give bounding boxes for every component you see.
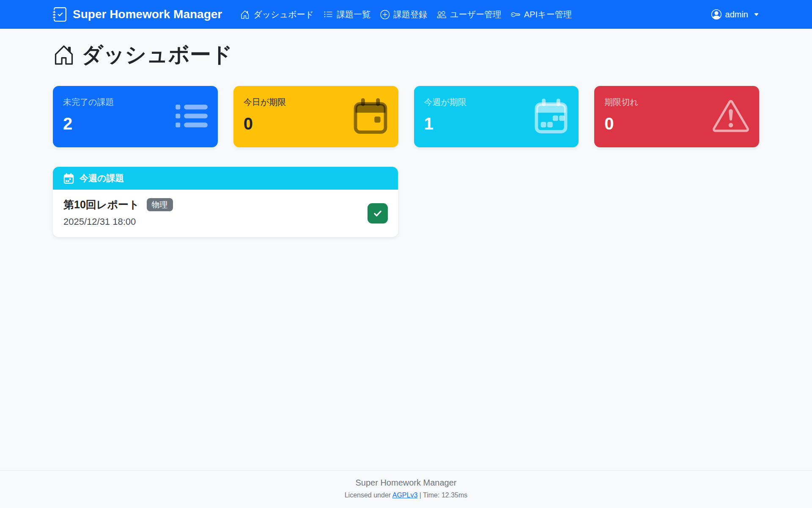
nav-item-label: 課題一覧 <box>337 9 370 20</box>
stat-card-overdue: 期限切れ 0 <box>594 86 759 147</box>
user-name: admin <box>725 10 748 19</box>
user-menu-dropdown[interactable]: admin <box>711 9 759 19</box>
top-navbar: Super Homework Manager ダッシュボード 課題一覧 課題登録 <box>0 0 812 29</box>
nav-item-task-register[interactable]: 課題登録 <box>380 9 427 20</box>
check-icon <box>373 208 383 218</box>
nav-item-label: ダッシュボード <box>253 9 314 20</box>
key-icon <box>511 10 520 19</box>
nav-item-api-keys[interactable]: APIキー管理 <box>511 9 572 20</box>
stat-card-due-this-week: 今週が期限 1 <box>414 86 579 147</box>
calendar-event-icon <box>353 98 388 135</box>
task-due-date: 2025/12/31 18:00 <box>63 216 387 227</box>
main-content: ダッシュボード 未完了の課題 2 今日が期限 0 <box>0 29 812 470</box>
weekly-tasks-title: 今週の課題 <box>80 172 124 184</box>
house-icon <box>240 10 250 19</box>
task-list-item: 第10回レポート 物理 2025/12/31 18:00 <box>53 190 398 237</box>
page-title-text: ダッシュボード <box>82 41 233 69</box>
calendar-week-icon <box>534 99 568 135</box>
page-title: ダッシュボード <box>53 41 759 69</box>
footer-app-name: Super Homework Manager <box>0 478 812 488</box>
nav-item-label: 課題登録 <box>393 9 427 20</box>
calendar-week-icon <box>63 173 74 184</box>
nav-item-user-management[interactable]: ユーザー管理 <box>437 9 501 20</box>
people-icon <box>437 10 446 19</box>
brand-title: Super Homework Manager <box>73 8 222 21</box>
main-nav: ダッシュボード 課題一覧 課題登録 ユーザー管理 <box>240 9 571 20</box>
mark-done-button[interactable] <box>368 203 388 224</box>
warning-triangle-icon <box>713 98 749 136</box>
list-icon <box>176 104 208 130</box>
stat-card-due-today: 今日が期限 0 <box>233 86 398 147</box>
caret-down-icon <box>754 12 759 17</box>
footer-license-prefix: Licensed under <box>345 491 392 499</box>
task-title: 第10回レポート <box>63 198 140 212</box>
house-icon <box>53 44 75 66</box>
page-footer: Super Homework Manager Licensed under AG… <box>0 470 812 508</box>
person-circle-icon <box>711 9 721 19</box>
nav-item-dashboard[interactable]: ダッシュボード <box>240 9 314 20</box>
nav-item-label: APIキー管理 <box>524 9 572 20</box>
weekly-tasks-header: 今週の課題 <box>53 167 398 190</box>
subject-badge: 物理 <box>147 198 173 211</box>
brand-link[interactable]: Super Homework Manager <box>53 7 222 22</box>
list-ul-icon <box>324 10 333 19</box>
navbar-container: Super Homework Manager ダッシュボード 課題一覧 課題登録 <box>53 0 759 29</box>
nav-item-task-list[interactable]: 課題一覧 <box>324 9 370 20</box>
agplv3-link[interactable]: AGPLv3 <box>392 491 418 499</box>
journal-check-icon <box>53 7 67 22</box>
stat-card-incomplete: 未完了の課題 2 <box>53 86 218 147</box>
stats-row: 未完了の課題 2 今日が期限 0 <box>53 86 759 147</box>
footer-license-suffix: | Time: 12.35ms <box>417 491 467 499</box>
footer-license-line: Licensed under AGPLv3 | Time: 12.35ms <box>0 491 812 499</box>
weekly-tasks-panel: 今週の課題 第10回レポート 物理 2025/12/31 18:00 <box>53 167 398 237</box>
nav-item-label: ユーザー管理 <box>450 9 501 20</box>
plus-circle-icon <box>380 10 390 19</box>
